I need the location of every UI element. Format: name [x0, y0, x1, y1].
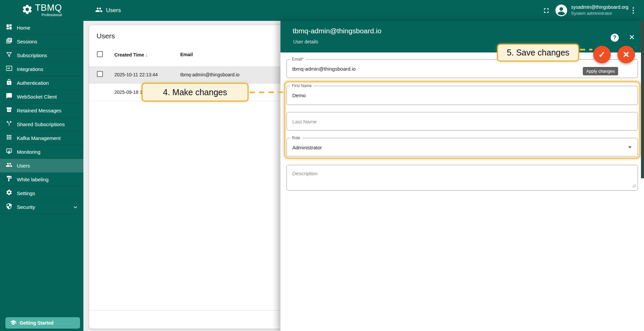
role-select-value: Administrator: [292, 145, 322, 150]
people-icon: [95, 6, 103, 15]
account-role: System administrator: [571, 10, 629, 16]
help-icon[interactable]: ?: [611, 34, 619, 42]
top-bar: TBMQ Professional Users sysadmin@thingsb…: [0, 0, 644, 21]
logo-subtitle: Professional: [41, 13, 62, 17]
first-name-field-label: First Name: [290, 83, 313, 88]
people-icon: [6, 161, 12, 170]
tbmq-logo[interactable]: TBMQ Professional: [22, 3, 62, 17]
drawer-header: tbmq-admin@thingsboard.io User details ?…: [280, 21, 644, 52]
logo-title: TBMQ: [35, 3, 62, 12]
filter-icon: [6, 51, 12, 59]
sidebar-item-subscriptions[interactable]: Subscriptions: [0, 48, 83, 62]
first-name-field-value: Demo: [292, 93, 306, 98]
email-field-label: Email*: [290, 57, 305, 62]
last-name-field-placeholder: Last Name: [292, 119, 317, 124]
cancel-changes-button[interactable]: ✕: [617, 46, 635, 63]
more-menu-icon[interactable]: ⋮: [630, 0, 637, 21]
sidebar-item-home[interactable]: Home: [0, 21, 83, 35]
sidebar-item-users[interactable]: Users: [0, 159, 83, 173]
tbmq-app-window: TBMQ Professional Users sysadmin@thingsb…: [0, 0, 644, 331]
tutorial-step-4-connector: [250, 91, 283, 93]
apply-check-icon: ✓: [599, 50, 606, 60]
role-select[interactable]: Role Administrator: [287, 138, 638, 156]
row-checkbox[interactable]: [97, 71, 103, 77]
drawer-subtitle: User details: [293, 39, 318, 44]
integrations-icon: [6, 65, 12, 73]
first-name-field[interactable]: First Name Demo: [287, 86, 638, 105]
close-icon[interactable]: ✕: [629, 33, 635, 41]
last-name-field[interactable]: Last Name: [287, 112, 638, 131]
account-info[interactable]: sysadmin@thingsboard.org System administ…: [571, 4, 629, 16]
sidebar-item-authentication[interactable]: Authentication: [0, 76, 83, 90]
school-icon: [10, 319, 16, 327]
fullscreen-icon[interactable]: [542, 0, 550, 21]
sidebar-item-kafka-management[interactable]: Kafka Management: [0, 131, 83, 145]
cell-created-time: 2025-10-11 22:13:44: [114, 72, 158, 77]
sidebar-nav: Home Sessions Subscriptions Integrations…: [0, 21, 83, 331]
cell-email: tbmq-admin@thingsboard.io: [180, 72, 239, 77]
apply-changes-button[interactable]: ✓: [593, 46, 611, 63]
getting-started-button[interactable]: Getting Started: [5, 317, 80, 329]
apply-changes-tooltip: Apply changes: [583, 67, 618, 75]
sidebar-item-security[interactable]: Security: [0, 200, 83, 214]
description-placeholder: Description: [292, 171, 317, 176]
sidebar-item-monitoring[interactable]: Monitoring: [0, 145, 83, 159]
tutorial-step-4-callout: 4. Make changes: [142, 83, 249, 102]
chevron-down-icon: [72, 204, 79, 212]
gear-icon: [6, 189, 12, 197]
drawer-title: tbmq-admin@thingsboard.io: [293, 27, 381, 35]
email-field-value: tbmq-admin@thingsboard.io: [292, 66, 356, 72]
role-select-label: Role: [290, 136, 302, 140]
monitor-icon: [6, 148, 12, 156]
page-title-label: Users: [106, 7, 121, 14]
sidebar-item-websocket-client[interactable]: WebSocket Client: [0, 90, 83, 104]
table-title: Users: [97, 32, 115, 40]
resize-handle-icon[interactable]: [632, 183, 636, 189]
sidebar-item-sessions[interactable]: Sessions: [0, 35, 83, 48]
sidebar-item-settings[interactable]: Settings: [0, 186, 83, 200]
archive-icon: [6, 106, 12, 114]
cell-created-time: 2025-09-18 12: [114, 89, 145, 95]
sidebar-item-retained-messages[interactable]: Retained Messages: [0, 104, 83, 117]
avatar[interactable]: [555, 0, 568, 21]
account-email: sysadmin@thingsboard.org: [571, 4, 629, 10]
shield-icon: [6, 203, 12, 211]
sidebar-item-white-labeling[interactable]: White labeling: [0, 173, 83, 186]
tbmq-gear-logo-icon: [22, 4, 33, 16]
cancel-x-icon: ✕: [623, 50, 630, 60]
getting-started-label: Getting Started: [20, 320, 53, 326]
dashboard-icon: [6, 24, 12, 32]
tutorial-step-5-callout: 5. Save changes: [497, 44, 579, 62]
tutorial-step-5-connector: [580, 49, 593, 50]
select-all-checkbox[interactable]: [97, 51, 103, 57]
description-textarea[interactable]: Description: [287, 165, 638, 191]
sidebar-item-shared-subscriptions[interactable]: Shared Subscriptions: [0, 117, 83, 131]
paint-icon: [6, 175, 12, 183]
call-split-icon: [6, 120, 12, 128]
sort-desc-icon: ↓: [145, 52, 148, 58]
grid-icon: [6, 134, 12, 142]
chat-icon: [6, 93, 12, 101]
column-header-email[interactable]: Email: [180, 52, 193, 57]
breadcrumb-page-title: Users: [95, 0, 121, 21]
lock-icon: [6, 79, 12, 87]
drawer-scrollbar[interactable]: [641, 21, 644, 178]
column-header-created-time[interactable]: Created Time↓: [114, 52, 148, 58]
dropdown-arrow-icon: [628, 146, 632, 148]
sidebar-item-integrations[interactable]: Integrations: [0, 62, 83, 76]
sessions-icon: [6, 37, 12, 45]
